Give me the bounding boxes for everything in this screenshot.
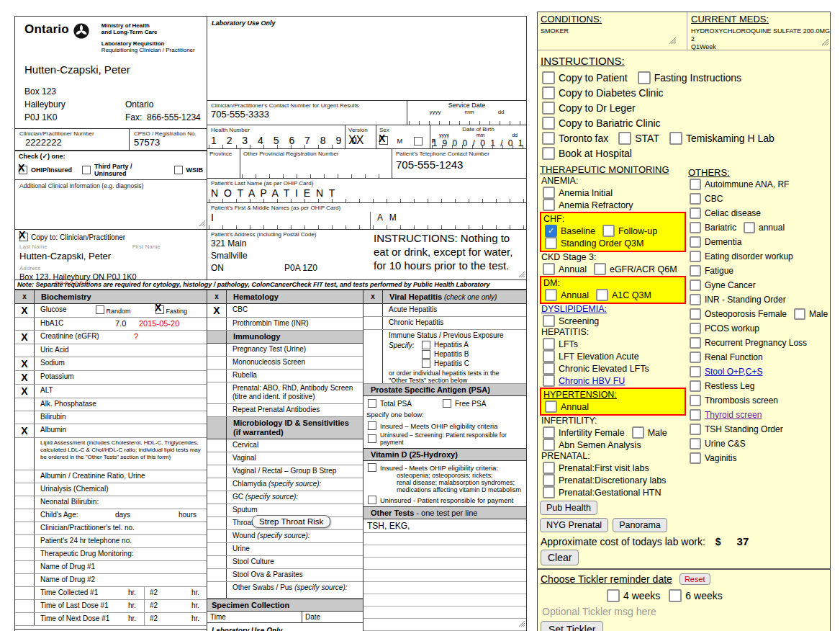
checkbox-item-book-at-hospital[interactable]: Book at Hospital bbox=[542, 147, 632, 160]
psa-uninsured-option[interactable]: Uninsured – Screening: Patient responsib… bbox=[363, 430, 526, 448]
form-checkbox[interactable] bbox=[368, 434, 376, 443]
patient-instructions-box[interactable]: INSTRUCTIONS: Nothing to eat or drink, e… bbox=[371, 230, 526, 282]
other-tests-empty-line[interactable] bbox=[363, 545, 526, 558]
specimen-time-cell[interactable]: Time bbox=[207, 612, 302, 622]
patient-last-name-cell[interactable]: Patient's Last Name (as per OHIP Card) N… bbox=[207, 179, 526, 203]
patient-prov[interactable]: ON bbox=[211, 262, 224, 274]
checkbox-item-egfr-acr-q6m[interactable]: eGFR/ACR Q6M bbox=[594, 263, 677, 275]
checkbox-fatigue[interactable] bbox=[690, 265, 701, 277]
test-x-cell[interactable] bbox=[15, 561, 35, 573]
test-x-cell[interactable] bbox=[207, 370, 227, 382]
test-x-cell[interactable] bbox=[207, 318, 227, 330]
checkbox-copy-to-diabetes-clinic[interactable] bbox=[542, 86, 555, 99]
patient-first-name-cell[interactable]: Patient's First & Middle Names (as per O… bbox=[207, 203, 526, 230]
checkbox-copy-to-patient[interactable] bbox=[542, 71, 555, 84]
checkbox-item-inr-standing-order[interactable]: INR - Standing Order bbox=[690, 294, 786, 305]
strep-throat-risk-button[interactable]: Strep Throat Risk bbox=[252, 515, 330, 528]
patient-phone-cell[interactable]: Patient's Telephone Contact Number 705-5… bbox=[392, 149, 526, 178]
checkbox-item-chronic-elevated-lfts[interactable]: Chronic Elevated LFTs bbox=[543, 362, 649, 375]
checkbox-lfts[interactable] bbox=[543, 338, 555, 350]
checkbox-vaginitis[interactable] bbox=[690, 452, 701, 464]
checkbox-prenatal-discretionary-labs[interactable] bbox=[543, 474, 555, 486]
current-meds-line2[interactable]: Q1Week bbox=[691, 43, 830, 51]
set-tickler-button[interactable]: Set Tickler bbox=[541, 621, 603, 631]
patient-first-name-value[interactable]: I bbox=[211, 212, 526, 223]
checkbox-item-eating-disorder-workup[interactable]: Eating disorder workup bbox=[690, 251, 793, 262]
clear-button[interactable]: Clear bbox=[541, 550, 579, 565]
checkbox-item-standing-order-q3m[interactable]: Standing Order Q3M bbox=[545, 237, 643, 249]
test-x-cell[interactable]: X bbox=[15, 357, 35, 370]
copy-to-checkbox[interactable]: X bbox=[19, 233, 28, 242]
checkbox-item-stool-o-p-c-s[interactable]: Stool O+P,C+S bbox=[690, 366, 763, 377]
checkbox-stat[interactable] bbox=[618, 132, 631, 145]
health-number-cell[interactable]: Health Number 1 2 3 4 5 6 7 8 9 0 bbox=[207, 125, 346, 148]
checkbox-item-autoimmune-ana-rf[interactable]: Autoimmune ANA, RF bbox=[690, 179, 789, 190]
form-checkbox[interactable] bbox=[368, 399, 376, 408]
group-heading-dyslipidemia[interactable]: DYSLIPIDEMIA: bbox=[541, 305, 685, 314]
other-tests-empty-line[interactable] bbox=[363, 594, 526, 607]
checkbox-thrombosis-screen[interactable] bbox=[690, 395, 701, 406]
free-psa-option[interactable]: Free PSA bbox=[443, 399, 518, 408]
checkbox-4-weeks[interactable] bbox=[607, 589, 620, 602]
checkbox-label[interactable]: Stool O+P,C+S bbox=[705, 367, 763, 377]
panorama-button[interactable]: Panorama bbox=[613, 518, 667, 532]
test-x-cell[interactable] bbox=[207, 478, 227, 491]
patient-middle-name-value[interactable]: A M bbox=[377, 212, 399, 223]
test-x-cell[interactable] bbox=[15, 470, 35, 483]
checkbox-chronic-elevated-lfts[interactable] bbox=[543, 362, 555, 375]
resize-handle-icon[interactable] bbox=[821, 36, 829, 49]
test-x-cell[interactable] bbox=[207, 543, 227, 555]
other-tests-value[interactable]: TSH, EKG, bbox=[363, 519, 526, 533]
checkbox-item-copy-to-bariatric-clinic[interactable]: Copy to Bariatric Clinic bbox=[542, 117, 661, 130]
checkbox-annual[interactable] bbox=[744, 222, 755, 233]
urgent-contact-value[interactable]: 705-555-3333 bbox=[211, 109, 407, 120]
pub-health-button[interactable]: Pub Health bbox=[540, 501, 597, 515]
checkbox-item-prenatal-gestational-htn[interactable]: Prenatal:Gestational HTN bbox=[543, 486, 661, 498]
checkbox-item-vaginitis[interactable]: Vaginitis bbox=[690, 452, 736, 464]
checkbox-restless-leg[interactable] bbox=[690, 380, 701, 392]
test-x-cell[interactable] bbox=[207, 569, 227, 581]
patient-address-cell[interactable]: Patient's Address (including Postal Code… bbox=[207, 230, 371, 282]
test-x-cell[interactable] bbox=[15, 509, 35, 522]
patient-addr2[interactable]: Smallville bbox=[211, 250, 371, 262]
copy-to-name-value[interactable]: Hutten-Czapski, Peter bbox=[19, 251, 202, 261]
inline-check-random[interactable]: Random bbox=[96, 305, 131, 316]
checkbox-item-lft-elevation-acute[interactable]: LFT Elevation Acute bbox=[543, 350, 639, 362]
form-checkbox[interactable] bbox=[422, 350, 430, 359]
test-x-cell[interactable] bbox=[207, 465, 227, 478]
checkbox-item-copy-to-diabetes-clinic[interactable]: Copy to Diabetes Clinic bbox=[542, 86, 664, 99]
checkbox-cbc[interactable] bbox=[690, 193, 701, 205]
checkbox-item-annual[interactable]: Annual bbox=[543, 263, 587, 275]
current-meds-box[interactable]: CURRENT MEDS: HYDROXYCHLOROQUINE SULFATE… bbox=[687, 12, 830, 50]
checkbox-annual[interactable] bbox=[545, 289, 557, 301]
checkbox-toronto-fax[interactable] bbox=[542, 132, 555, 145]
checkbox-item-toronto-fax[interactable]: Toronto fax bbox=[542, 132, 608, 145]
checkbox-item-infertility-female[interactable]: Infertility Female bbox=[543, 426, 625, 439]
checkbox-item-bariatric[interactable]: Bariatric bbox=[690, 222, 736, 233]
test-x-cell[interactable] bbox=[15, 344, 35, 357]
resize-handle-icon[interactable] bbox=[669, 35, 677, 48]
checkbox-copy-to-dr-leger[interactable] bbox=[542, 102, 555, 115]
copy-to-address-value[interactable]: Box 123. Haileybury ON P0J 1K0 bbox=[19, 272, 202, 281]
checkbox-male[interactable] bbox=[794, 308, 805, 320]
checkbox-item-fatigue[interactable]: Fatigue bbox=[690, 265, 733, 277]
patient-postal[interactable]: P0A 1Z0 bbox=[284, 262, 317, 274]
test-x-cell[interactable] bbox=[15, 548, 35, 560]
checkbox-recurrent-pregnancy-loss[interactable] bbox=[690, 337, 701, 349]
resize-handle-icon[interactable] bbox=[518, 617, 525, 630]
checkbox-temiskaming-h-lab[interactable] bbox=[669, 132, 682, 145]
checkbox-item-a1c-q3m[interactable]: A1C Q3M bbox=[596, 289, 651, 301]
checkbox-item-dementia[interactable]: Dementia bbox=[690, 236, 741, 248]
test-x-cell[interactable] bbox=[207, 582, 227, 598]
checkbox-infertility-female[interactable] bbox=[543, 426, 555, 439]
service-date-cell[interactable]: Service Date yyyy mm dd bbox=[407, 101, 526, 125]
checkbox-item-fasting-instructions[interactable]: Fasting Instructions bbox=[638, 71, 741, 84]
cpso-value[interactable]: 57573 bbox=[134, 137, 207, 148]
conditions-box[interactable]: CONDITIONS: SMOKER bbox=[541, 14, 677, 48]
checkbox-bariatric[interactable] bbox=[690, 222, 701, 233]
test-x-cell[interactable]: X bbox=[15, 371, 35, 384]
checkbox-prenatal-gestational-htn[interactable] bbox=[543, 486, 555, 498]
other-tests-empty-line[interactable] bbox=[363, 570, 526, 582]
checkbox-annual[interactable] bbox=[543, 263, 555, 275]
test-x-cell[interactable] bbox=[15, 411, 35, 424]
